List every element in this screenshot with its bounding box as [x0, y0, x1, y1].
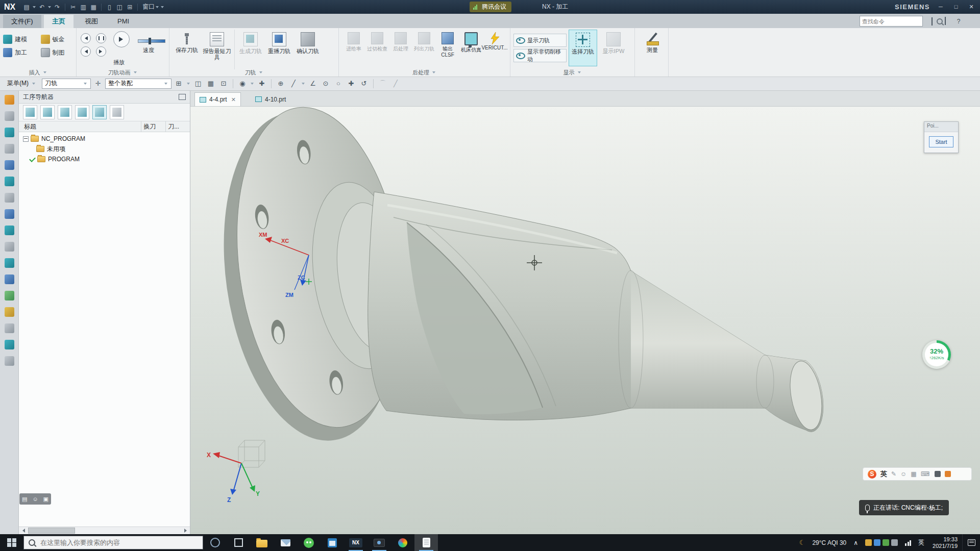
column-tool[interactable]: 刀... — [165, 121, 190, 132]
rail-icon[interactable] — [5, 111, 14, 121]
rail-icon[interactable] — [5, 95, 14, 105]
cut-icon[interactable]: ✂ — [68, 4, 78, 11]
tab-view[interactable]: 视图 — [77, 15, 106, 28]
action-center-button[interactable] — [962, 534, 980, 551]
rail-icon[interactable] — [5, 356, 14, 366]
command-search[interactable] — [860, 16, 923, 27]
chevron-down-icon[interactable] — [48, 6, 51, 10]
chevron-down-icon[interactable] — [432, 71, 435, 75]
tab-home[interactable]: 主页 — [44, 15, 74, 28]
taskbar-search[interactable] — [23, 536, 203, 549]
rail-icon[interactable] — [5, 177, 14, 186]
tab-pmi[interactable]: PMI — [109, 15, 137, 28]
navigator-hscrollbar[interactable] — [19, 527, 190, 534]
chevron-down-icon[interactable] — [161, 6, 164, 10]
undock-panel-icon[interactable] — [179, 94, 186, 100]
paste-icon[interactable]: ▦ — [88, 4, 99, 11]
tree-row-program[interactable]: PROGRAM — [19, 154, 190, 164]
grid-icon[interactable]: ⊡ — [218, 78, 229, 89]
chevron-down-icon[interactable] — [302, 83, 305, 86]
rail-icon[interactable] — [5, 242, 14, 252]
snap-point-icon[interactable]: ⊞ — [173, 78, 184, 89]
verify-toolpath-button[interactable]: 确认刀轨 — [293, 30, 322, 66]
chevron-down-icon[interactable] — [134, 71, 137, 75]
rail-icon[interactable] — [5, 340, 14, 349]
tray-shield-icon[interactable] — [865, 539, 872, 546]
chevron-down-icon[interactable] — [259, 71, 262, 75]
collapse-expander-icon[interactable] — [23, 136, 29, 142]
chevron-down-icon[interactable] — [251, 83, 254, 86]
rail-icon[interactable] — [5, 226, 14, 235]
point-dialog-title[interactable]: Poi... — [924, 122, 958, 132]
active-view-button[interactable] — [92, 105, 107, 119]
fullscreen-icon[interactable] — [927, 17, 937, 26]
part-tab-4-10[interactable]: 4-10.prt — [251, 92, 290, 106]
rail-icon[interactable] — [5, 307, 14, 317]
rail-icon[interactable] — [5, 160, 14, 170]
undo-icon[interactable]: ↶ — [37, 4, 47, 11]
layers-icon[interactable]: ⊞ — [125, 4, 135, 11]
rail-icon[interactable] — [5, 128, 14, 137]
column-title[interactable]: 标题 — [19, 121, 141, 132]
copy-icon[interactable]: ▥ — [78, 4, 88, 11]
manufacturing-button[interactable]: 加工 — [3, 48, 36, 57]
machining-method-view-button[interactable] — [75, 105, 89, 119]
window-menu[interactable]: 窗口 — [142, 3, 155, 11]
chevron-down-icon[interactable] — [578, 71, 581, 75]
rail-icon[interactable] — [5, 144, 14, 154]
command-search-input[interactable] — [860, 18, 937, 24]
point-tool-icon[interactable]: ⊕ — [275, 78, 286, 89]
widget-grid-icon[interactable]: ▤ — [22, 496, 27, 503]
progress-ring[interactable]: 32% ↑262K/s — [922, 340, 951, 369]
close-tab-icon[interactable]: ✕ — [231, 96, 236, 103]
tray-update-icon[interactable] — [891, 539, 898, 546]
widget-emoji-icon[interactable]: ☺ — [32, 496, 38, 502]
rail-icon[interactable] — [5, 291, 14, 300]
highlight-icon[interactable]: ◫ — [192, 78, 204, 89]
start-button[interactable] — [0, 534, 23, 551]
show-hidden-icons[interactable]: ∧ — [850, 534, 862, 551]
active-app-button[interactable] — [414, 534, 438, 551]
ime-indicator[interactable]: 英 — [915, 534, 928, 551]
angle-tool-icon[interactable]: ∠ — [307, 78, 318, 89]
sheetmetal-button[interactable]: 钣金 — [41, 35, 74, 44]
ime-emoji-icon[interactable]: ☺ — [900, 470, 906, 478]
rotate-tool-icon[interactable]: ↺ — [358, 78, 370, 89]
machine-simulation-button[interactable]: 机床仿真 — [459, 30, 483, 66]
drafting-button[interactable]: 制图 — [41, 48, 74, 57]
pause-button[interactable] — [96, 33, 106, 43]
tray-security-icon[interactable] — [883, 539, 889, 546]
show-hide-icon[interactable]: ✚ — [256, 78, 267, 89]
modeling-button[interactable]: 建模 — [3, 35, 36, 44]
minimize-ribbon-icon[interactable] — [940, 17, 950, 26]
mail-button[interactable] — [274, 534, 297, 551]
vericut-button[interactable]: VERICUT... — [483, 30, 506, 66]
ime-more-icon[interactable] — [945, 471, 951, 477]
clock[interactable]: 19:33 2021/7/19 — [928, 536, 962, 549]
ime-keyboard-icon[interactable]: ⌨ — [921, 470, 929, 478]
tree-row-unused[interactable]: 未用项 — [19, 144, 190, 154]
taskbar-search-input[interactable] — [39, 538, 198, 547]
ime-skin-icon[interactable] — [935, 471, 941, 477]
scrollbar-thumb[interactable] — [28, 528, 75, 534]
touch-mode-icon[interactable]: ◫ — [114, 4, 125, 11]
file-explorer-button[interactable] — [250, 534, 274, 551]
night-mode-icon[interactable]: ☾ — [796, 534, 809, 551]
redo-icon[interactable]: ↷ — [52, 4, 62, 11]
column-toolchange[interactable]: 换刀 — [141, 121, 165, 132]
find-object-button[interactable] — [110, 105, 124, 119]
rail-icon[interactable] — [5, 258, 14, 268]
mic-icon[interactable]: ▯ — [104, 4, 114, 11]
replay-toolpath-button[interactable]: 重播刀轨 — [265, 30, 293, 66]
speed-slider-thumb[interactable] — [149, 38, 151, 44]
selection-scope-combo[interactable]: 整个装配 — [105, 79, 172, 89]
camera-button[interactable] — [368, 534, 391, 551]
store-button[interactable] — [321, 534, 344, 551]
minimize-button[interactable]: ─ — [933, 0, 948, 14]
ime-language-indicator[interactable]: 英 — [880, 469, 887, 479]
scroll-right-icon[interactable] — [183, 527, 190, 534]
tree-row-nc-program[interactable]: NC_PROGRAM — [19, 134, 190, 144]
program-order-view-button[interactable] — [23, 105, 37, 119]
close-button[interactable]: ✕ — [964, 0, 979, 14]
save-icon[interactable]: ▤ — [21, 4, 32, 11]
